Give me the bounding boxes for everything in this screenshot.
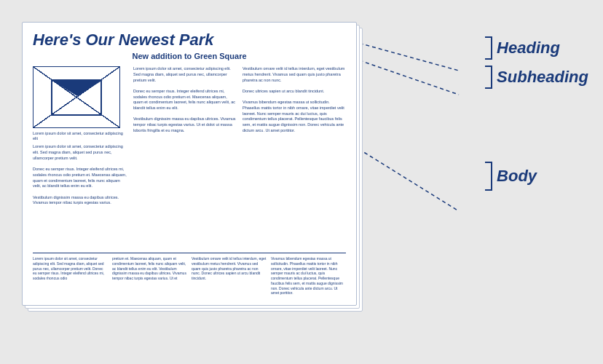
col-middle-p2: Donec eu semper risus. Integer eleifend … (133, 89, 237, 111)
scene: Here's Our Newest Park New addition to G… (0, 0, 603, 364)
col-middle-body: Lorem ipsum dolor sit amet, consectetur … (133, 66, 237, 133)
svg-line-1 (353, 58, 459, 95)
col-left-p3: Vestibulum dignissim massa eu dapibus ul… (33, 195, 127, 206)
envelope-body (51, 79, 102, 116)
subheading-bracket (485, 66, 492, 89)
col-left-p2: Donec eu semper risus. Integer eleifend … (33, 167, 127, 189)
svg-line-0 (353, 41, 459, 71)
bottom-col-2: pretium et. Maecenas aliquam, quam et co… (112, 256, 187, 296)
bottom-col-1: Lorem ipsum dolor sit amet, consectetur … (33, 256, 108, 296)
col-right-p2: Donec ultrices sapien ut arcu blandit ti… (243, 89, 346, 95)
newspaper-headline: Here's Our Newest Park (33, 31, 346, 49)
subheading-label-row: Subheading (485, 66, 588, 89)
newspaper-col-left: Lorem ipsum dolor sit amet, consectetur … (33, 66, 127, 248)
col-left-body: Lorem ipsum dolor sit amet, consectetur … (33, 144, 127, 206)
bottom-col-3: Vestibulum ornare velit id tellus interd… (192, 256, 267, 296)
newspaper-col-right: Vestibulum ornare velit id tellus interd… (243, 66, 346, 248)
col-right-p3: Vivamus bibendum egestas massa ut sollic… (243, 100, 346, 133)
col-right-body: Vestibulum ornare velit id tellus interd… (243, 66, 346, 133)
svg-line-2 (353, 146, 459, 211)
body-bracket (485, 162, 492, 191)
envelope-flap (52, 80, 103, 96)
labels-container: Heading Subheading Body (485, 36, 588, 191)
col-right-p1: Vestibulum ornare velit id tellus interd… (243, 66, 346, 83)
col-middle-p1: Lorem ipsum dolor sit amet, consectetur … (133, 66, 237, 83)
newspaper-stack: Here's Our Newest Park New addition to G… (22, 22, 357, 306)
bottom-col-4: Vivamus bibendum egestas massa ut sollic… (271, 256, 346, 296)
label-subheading: Subheading (497, 68, 588, 87)
image-caption: Lorem ipsum dolor sit amet, consectetur … (33, 131, 127, 141)
label-heading: Heading (497, 39, 560, 58)
heading-label-row: Heading (485, 36, 588, 60)
col-left-p1: Lorem ipsum dolor sit amet, consectetur … (33, 144, 127, 161)
col-middle-p3: Vestibulum dignissim massa eu dapibus ul… (133, 116, 237, 133)
image-placeholder (33, 66, 120, 128)
label-body: Body (497, 167, 537, 186)
body-label-row: Body (485, 162, 588, 191)
newspaper-columns: Lorem ipsum dolor sit amet, consectetur … (33, 66, 346, 248)
bottom-strip: Lorem ipsum dolor sit amet, consectetur … (33, 253, 346, 296)
newspaper-subheading: New addition to Green Square (33, 52, 346, 60)
newspaper-col-middle: Lorem ipsum dolor sit amet, consectetur … (133, 66, 237, 248)
heading-bracket (485, 36, 492, 60)
newspaper-main-page: Here's Our Newest Park New addition to G… (22, 22, 357, 306)
